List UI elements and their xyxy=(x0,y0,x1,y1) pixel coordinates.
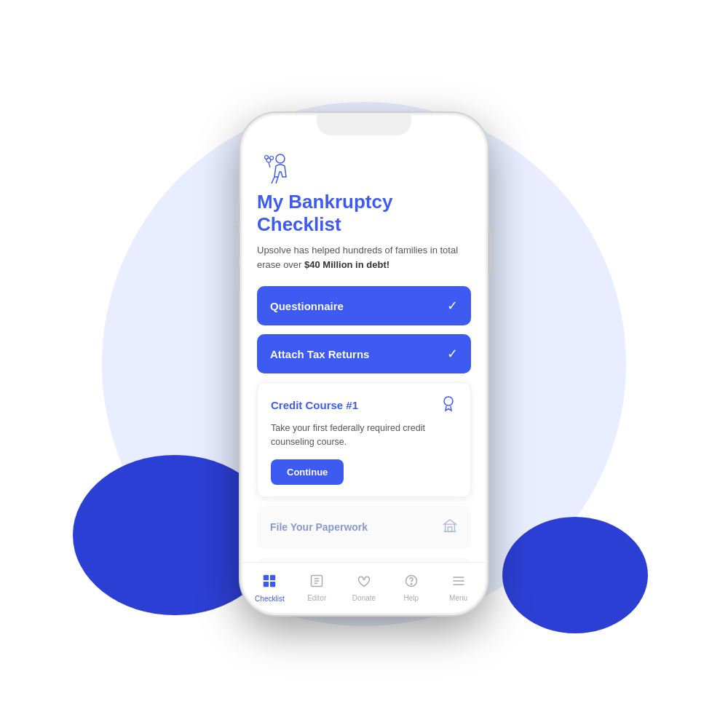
bottom-nav: Checklist Editor xyxy=(242,562,486,613)
help-nav-icon xyxy=(404,574,419,592)
tax-returns-label: Attach Tax Returns xyxy=(270,348,369,360)
svg-rect-9 xyxy=(270,575,275,580)
nav-help[interactable]: Help xyxy=(387,574,435,602)
tax-returns-check-icon: ✓ xyxy=(447,346,458,362)
editor-nav-icon xyxy=(309,574,324,592)
svg-point-3 xyxy=(265,156,269,159)
svg-point-14 xyxy=(411,584,411,585)
svg-point-2 xyxy=(270,157,274,160)
file-paperwork-item[interactable]: File Your Paperwork xyxy=(257,506,471,549)
screen-content[interactable]: My Bankruptcy Checklist Upsolve has help… xyxy=(242,115,486,562)
bg-blob-right xyxy=(502,517,648,633)
credit-course-description: Take your first federally required credi… xyxy=(271,422,457,449)
nav-checklist[interactable]: Checklist xyxy=(246,573,293,603)
credit-course-title: Credit Course #1 xyxy=(271,399,358,411)
app-logo xyxy=(257,151,471,191)
phone-notch xyxy=(317,115,411,135)
questionnaire-label: Questionnaire xyxy=(270,300,344,312)
scene: My Bankruptcy Checklist Upsolve has help… xyxy=(0,0,728,728)
courthouse-icon xyxy=(442,518,458,537)
tax-returns-item[interactable]: Attach Tax Returns ✓ xyxy=(257,334,471,373)
nav-editor-label: Editor xyxy=(307,594,326,602)
nav-donate-label: Donate xyxy=(352,594,376,602)
continue-button[interactable]: Continue xyxy=(271,459,344,485)
nav-donate[interactable]: Donate xyxy=(341,574,388,602)
page-subtitle: Upsolve has helped hundreds of families … xyxy=(257,243,471,272)
phone-screen: My Bankruptcy Checklist Upsolve has help… xyxy=(242,115,486,613)
donate-nav-icon xyxy=(357,574,371,592)
questionnaire-item[interactable]: Questionnaire ✓ xyxy=(257,286,471,325)
nav-checklist-label: Checklist xyxy=(255,595,285,603)
nav-help-label: Help xyxy=(404,594,419,602)
nav-editor[interactable]: Editor xyxy=(293,574,341,602)
svg-point-0 xyxy=(276,154,285,163)
questionnaire-check-icon: ✓ xyxy=(447,298,458,314)
credit-course-header: Credit Course #1 xyxy=(271,395,457,416)
svg-rect-11 xyxy=(270,582,275,587)
svg-point-4 xyxy=(444,397,453,405)
nav-menu-label: Menu xyxy=(449,594,467,602)
page-title: My Bankruptcy Checklist xyxy=(257,191,471,236)
nav-menu[interactable]: Menu xyxy=(435,574,482,602)
svg-rect-8 xyxy=(264,575,269,580)
menu-nav-icon xyxy=(451,574,466,592)
certificate-icon xyxy=(440,395,457,416)
credit-course-card: Credit Course #1 Take your first federal… xyxy=(257,382,471,497)
svg-rect-10 xyxy=(264,582,269,587)
checklist-nav-icon xyxy=(261,573,277,593)
svg-rect-5 xyxy=(448,527,452,531)
file-paperwork-label: File Your Paperwork xyxy=(270,521,368,533)
phone-frame: My Bankruptcy Checklist Upsolve has help… xyxy=(240,113,488,615)
